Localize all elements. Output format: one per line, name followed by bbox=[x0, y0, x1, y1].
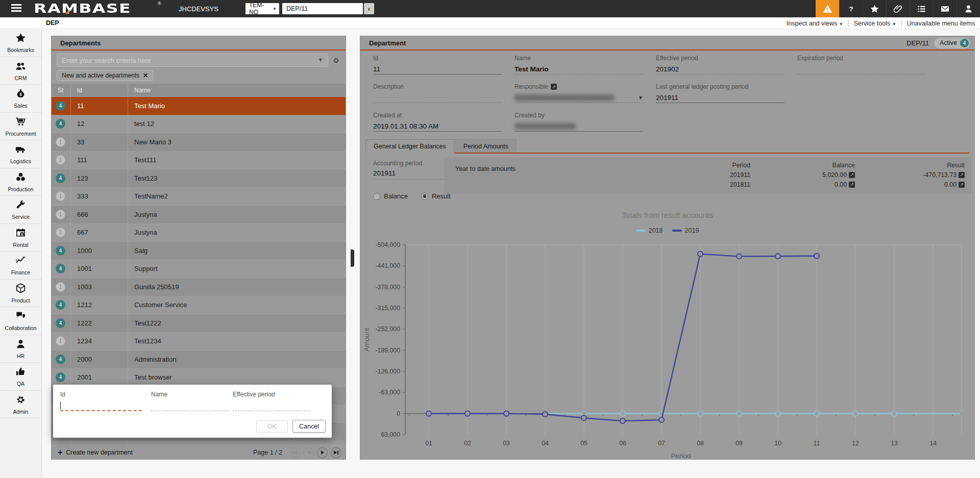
dialog-field-id: Id bbox=[60, 391, 142, 411]
search-box: ▼ bbox=[57, 54, 328, 67]
table-row[interactable]: 11003Gunilla 250519 bbox=[52, 278, 346, 296]
rambase-logo[interactable]: RAMBASE ® bbox=[34, 2, 104, 16]
help-icon[interactable]: ? bbox=[839, 0, 863, 17]
external-link-icon[interactable] bbox=[849, 172, 855, 178]
detail-tabs: General Ledger BalancesPeriod Amounts bbox=[365, 139, 969, 154]
service-tools-menu[interactable]: Service tools ▼ bbox=[854, 20, 896, 27]
svg-text:-504,000: -504,000 bbox=[375, 241, 400, 248]
sidebar-item-finance[interactable]: Finance bbox=[0, 251, 41, 280]
id-input[interactable] bbox=[60, 400, 142, 411]
table-row[interactable]: 412test 12 bbox=[52, 115, 346, 134]
database-selector[interactable]: TEM-NO ▼ bbox=[246, 3, 279, 14]
inspect-and-views-menu[interactable]: Inspect and views ▼ bbox=[787, 20, 843, 27]
document-reference: DEP/11 bbox=[906, 39, 929, 47]
row-id: 12 bbox=[71, 115, 128, 133]
panel-splitter-handle[interactable] bbox=[351, 249, 354, 267]
table-row[interactable]: 41212Customer Service bbox=[52, 296, 346, 315]
sidebar-item-service[interactable]: Service bbox=[0, 196, 41, 224]
target-document-input[interactable] bbox=[282, 3, 363, 14]
table-row[interactable]: 1333TestName2 bbox=[52, 188, 346, 206]
main-menu-icon[interactable] bbox=[11, 4, 21, 13]
table-row[interactable]: 11234Test1234 bbox=[52, 333, 346, 351]
cube-icon bbox=[15, 283, 27, 296]
sidebar-item-label: Sales bbox=[14, 103, 27, 109]
sidebar-item-rental[interactable]: $Rental bbox=[0, 224, 41, 252]
table-row[interactable]: 133New Mario 3 bbox=[52, 133, 346, 152]
sidebar-item-sales[interactable]: $Sales bbox=[0, 85, 41, 113]
prev-page-button bbox=[303, 447, 314, 458]
table-row[interactable]: 41000Salg bbox=[52, 242, 346, 260]
tab-period-amounts[interactable]: Period Amounts bbox=[455, 139, 517, 153]
column-header-id[interactable]: Id bbox=[71, 84, 128, 96]
table-row[interactable]: 1667Justyna bbox=[52, 224, 346, 242]
system-selector[interactable]: JHCDEVSYS ▼ bbox=[179, 0, 252, 17]
system-name: JHCDEVSYS bbox=[179, 5, 218, 13]
favorites-icon[interactable] bbox=[863, 0, 886, 17]
column-header-st[interactable]: St bbox=[52, 84, 71, 96]
sidebar-item-logistics[interactable]: Logistics bbox=[0, 140, 41, 168]
mail-icon[interactable] bbox=[933, 0, 957, 17]
sidebar-item-bookmarks[interactable]: Bookmarks bbox=[0, 29, 41, 57]
table-row[interactable]: 1666Justyna bbox=[52, 206, 346, 224]
row-name: Justyna bbox=[128, 224, 346, 242]
table-row[interactable]: 42001Test browser bbox=[52, 369, 346, 387]
create-new-department-button[interactable]: Create new department bbox=[58, 448, 133, 457]
attachment-icon[interactable] bbox=[886, 0, 910, 17]
remove-filter-icon[interactable] bbox=[143, 72, 148, 79]
table-row[interactable]: 4123Test123 bbox=[52, 169, 346, 188]
status-badge: 4 bbox=[56, 300, 65, 310]
sidebar-item-product[interactable]: Product bbox=[0, 280, 41, 308]
external-link-icon[interactable] bbox=[959, 172, 965, 178]
search-settings-gear-icon[interactable] bbox=[332, 56, 340, 65]
table-row[interactable] bbox=[52, 441, 346, 446]
sidebar-item-hr[interactable]: HR bbox=[0, 335, 41, 363]
row-id bbox=[71, 441, 128, 446]
field-label: Effective period bbox=[233, 391, 310, 398]
last-page-button[interactable] bbox=[331, 447, 341, 458]
tab-general-ledger-balances[interactable]: General Ledger Balances bbox=[365, 139, 454, 154]
chevron-down-icon[interactable]: ▼ bbox=[318, 57, 323, 63]
external-link-icon[interactable] bbox=[551, 84, 557, 90]
table-row[interactable]: 42000Administration bbox=[52, 350, 346, 369]
ok-button[interactable]: OK bbox=[256, 420, 288, 433]
chevron-down-icon[interactable]: ▼ bbox=[638, 95, 643, 100]
name-input[interactable] bbox=[151, 400, 229, 411]
text-caret bbox=[60, 401, 61, 409]
field-value: Test Mario bbox=[514, 65, 549, 73]
sidebar-item-collaboration[interactable]: Collaboration bbox=[0, 307, 41, 335]
user-icon[interactable] bbox=[957, 0, 980, 17]
table-row[interactable]: 411Test Mario bbox=[52, 97, 346, 115]
search-input[interactable] bbox=[57, 54, 328, 66]
legend-item-2019[interactable]: 2019 bbox=[672, 227, 699, 234]
sidebar-item-crm[interactable]: CRM bbox=[0, 57, 41, 85]
filter-chip[interactable]: New and active departments bbox=[57, 70, 153, 81]
external-link-icon[interactable] bbox=[849, 182, 855, 188]
sidebar-item-label: Admin bbox=[13, 409, 29, 415]
table-row[interactable]: 41222Test1222 bbox=[52, 314, 346, 333]
unavailable-menu-items[interactable]: Unavailable menu items bbox=[907, 20, 975, 27]
sidebar-item-label: CRM bbox=[15, 75, 27, 81]
cancel-button[interactable]: Cancel bbox=[292, 420, 326, 433]
sidebar-item-label: Collaboration bbox=[5, 325, 37, 331]
sidebar-item-qa[interactable]: QA bbox=[0, 363, 41, 391]
next-page-button[interactable] bbox=[317, 447, 328, 458]
row-name: Administration bbox=[128, 350, 346, 368]
effective-period-input[interactable] bbox=[233, 400, 310, 411]
field-responsible: Responsible▼ bbox=[514, 83, 643, 103]
table-row[interactable]: 1111Test111 bbox=[52, 152, 346, 170]
external-link-icon[interactable] bbox=[959, 182, 965, 188]
warning-icon[interactable] bbox=[816, 0, 839, 17]
legend-item-2018[interactable]: 2018 bbox=[636, 227, 663, 234]
status-badge: 1 bbox=[56, 336, 65, 346]
back-button[interactable] bbox=[364, 3, 374, 14]
svg-text:06: 06 bbox=[619, 440, 626, 447]
table-row[interactable]: 41001Support bbox=[52, 260, 346, 279]
column-header-name[interactable]: Name bbox=[128, 84, 346, 96]
sidebar-item-procurement[interactable]: Procurement bbox=[0, 113, 41, 141]
sidebar-item-admin[interactable]: Admin bbox=[0, 391, 41, 419]
task-list-icon[interactable] bbox=[910, 0, 933, 17]
sidebar-item-production[interactable]: Production bbox=[0, 168, 41, 196]
radio-balance[interactable]: Balance bbox=[373, 192, 408, 200]
sidebar-item-label: Bookmarks bbox=[7, 47, 34, 53]
topbar: RAMBASE ® JHCDEVSYS ▼ TEM-NO ▼ ? bbox=[0, 0, 980, 17]
